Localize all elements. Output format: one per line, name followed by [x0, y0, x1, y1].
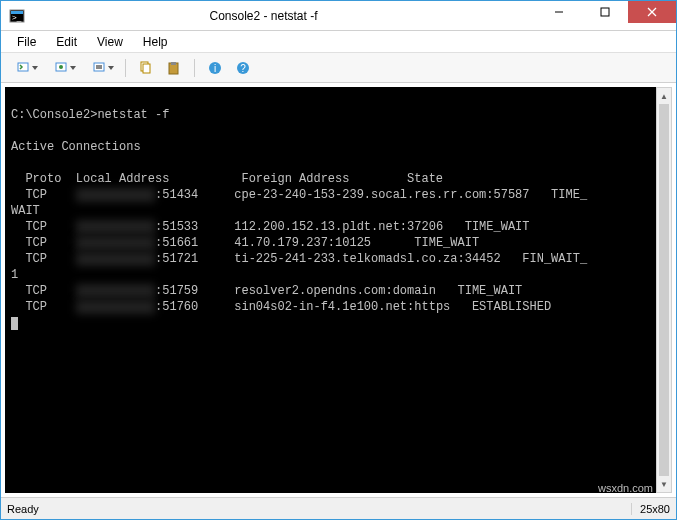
app-window: >_ Console2 - netstat -f File Edit View … — [0, 0, 677, 520]
svg-rect-4 — [601, 8, 609, 16]
close-button[interactable] — [628, 1, 676, 23]
toolbar: i ? — [1, 53, 676, 83]
svg-rect-15 — [171, 62, 176, 65]
help-button[interactable]: ? — [231, 57, 255, 79]
maximize-button[interactable] — [582, 1, 628, 23]
titlebar: >_ Console2 - netstat -f — [1, 1, 676, 31]
svg-point-9 — [59, 65, 63, 69]
menubar: File Edit View Help — [1, 31, 676, 53]
terminal-area: C:\Console2>netstat -f Active Connection… — [1, 83, 676, 497]
toolbar-separator — [194, 59, 195, 77]
terminal[interactable]: C:\Console2>netstat -f Active Connection… — [5, 87, 656, 493]
window-title: Console2 - netstat -f — [31, 9, 536, 23]
run-button[interactable] — [45, 57, 79, 79]
svg-text:>_: >_ — [12, 13, 22, 22]
toolbar-separator — [125, 59, 126, 77]
settings-button[interactable] — [83, 57, 117, 79]
svg-rect-11 — [96, 65, 102, 69]
scroll-thumb[interactable] — [659, 104, 669, 476]
svg-rect-13 — [143, 64, 150, 73]
scroll-track[interactable] — [657, 104, 671, 476]
paste-button[interactable] — [162, 57, 186, 79]
scroll-up-button[interactable]: ▲ — [657, 88, 671, 104]
watermark: wsxdn.com — [598, 482, 653, 494]
info-button[interactable]: i — [203, 57, 227, 79]
menu-edit[interactable]: Edit — [48, 33, 85, 51]
minimize-button[interactable] — [536, 1, 582, 23]
copy-button[interactable] — [134, 57, 158, 79]
window-controls — [536, 1, 676, 30]
menu-help[interactable]: Help — [135, 33, 176, 51]
status-text: Ready — [7, 503, 631, 515]
status-dimensions: 25x80 — [631, 503, 670, 515]
scrollbar[interactable]: ▲ ▼ — [656, 87, 672, 493]
menu-file[interactable]: File — [9, 33, 44, 51]
new-tab-button[interactable] — [7, 57, 41, 79]
menu-view[interactable]: View — [89, 33, 131, 51]
statusbar: Ready 25x80 — [1, 497, 676, 519]
svg-text:?: ? — [240, 63, 246, 74]
svg-text:i: i — [214, 63, 216, 74]
scroll-down-button[interactable]: ▼ — [657, 476, 671, 492]
app-icon: >_ — [9, 8, 25, 24]
